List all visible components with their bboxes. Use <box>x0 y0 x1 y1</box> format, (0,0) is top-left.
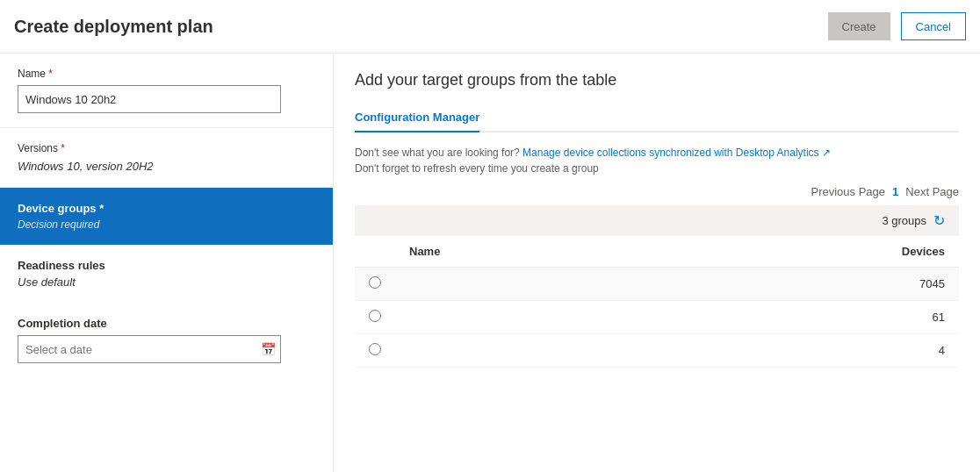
row-devices-3: 4 <box>651 334 959 368</box>
main-layout: Name * Versions * Windows 10, version 20… <box>0 54 980 472</box>
row-radio-3[interactable] <box>369 343 381 355</box>
table-row: 61 <box>355 301 959 334</box>
info-row-1: Don't see what you are looking for? Mana… <box>355 147 959 159</box>
left-panel: Name * Versions * Windows 10, version 20… <box>0 54 334 472</box>
devices-col-header: Devices <box>651 236 959 268</box>
table-row: 7045 <box>355 268 959 301</box>
external-link-icon: ↗ <box>822 147 831 159</box>
panel-title: Add your target groups from the table <box>355 71 959 89</box>
completion-date-section: Completion date 📅 <box>0 303 333 377</box>
name-input[interactable] <box>18 85 281 113</box>
app-header: Create deployment plan Create Cancel <box>0 0 980 54</box>
row-devices-1: 7045 <box>651 268 959 301</box>
cancel-button[interactable]: Cancel <box>901 12 966 40</box>
versions-section: Versions * Windows 10, version 20H2 <box>0 128 333 188</box>
completion-date-input[interactable] <box>18 335 281 363</box>
device-groups-nav-item[interactable]: Device groups * Decision required <box>0 188 333 245</box>
current-page: 1 <box>892 185 898 198</box>
row-radio-1[interactable] <box>369 276 381 289</box>
readiness-rules-section: Readiness rules Use default <box>0 245 333 303</box>
table-row: 4 <box>355 334 959 368</box>
tab-configuration-manager[interactable]: Configuration Manager <box>355 104 479 132</box>
calendar-icon[interactable]: 📅 <box>261 342 276 356</box>
table-header-row: 3 groups ↻ <box>355 205 959 236</box>
row-name-3 <box>395 334 651 368</box>
versions-value: Windows 10, version 20H2 <box>18 160 315 173</box>
pagination-row: Previous Page 1 Next Page <box>355 185 959 198</box>
device-groups-subtitle: Decision required <box>18 218 315 231</box>
next-page-button[interactable]: Next Page <box>905 185 959 198</box>
row-radio-2[interactable] <box>369 310 381 322</box>
versions-required: * <box>58 142 65 154</box>
device-groups-table: Name Devices 7045 61 4 <box>355 236 959 368</box>
row-devices-2: 61 <box>651 301 959 334</box>
right-panel: Add your target groups from the table Co… <box>334 54 980 472</box>
select-col-header <box>355 236 395 268</box>
name-label: Name * <box>18 68 315 80</box>
completion-date-label: Completion date <box>18 317 315 330</box>
readiness-rules-value: Use default <box>18 275 315 289</box>
table-header: Name Devices <box>355 236 959 268</box>
name-section: Name * <box>0 54 333 128</box>
groups-count: 3 groups <box>882 214 926 227</box>
row-name-2 <box>395 301 651 334</box>
refresh-icon[interactable]: ↻ <box>933 212 945 229</box>
name-required: * <box>46 68 53 80</box>
previous-page-button[interactable]: Previous Page <box>811 185 886 198</box>
versions-label: Versions * <box>18 142 315 154</box>
date-field-wrapper: 📅 <box>18 335 281 363</box>
readiness-rules-label: Readiness rules <box>18 259 315 272</box>
device-groups-title: Device groups * <box>18 202 315 215</box>
name-col-header: Name <box>395 236 651 268</box>
row-name-1 <box>395 268 651 301</box>
manage-collections-link[interactable]: Manage device collections synchronized w… <box>522 147 831 159</box>
tabs-container: Configuration Manager <box>355 104 959 132</box>
info-row-2: Don't forget to refresh every time you c… <box>355 162 959 175</box>
page-title: Create deployment plan <box>14 17 818 37</box>
create-button[interactable]: Create <box>828 12 890 40</box>
